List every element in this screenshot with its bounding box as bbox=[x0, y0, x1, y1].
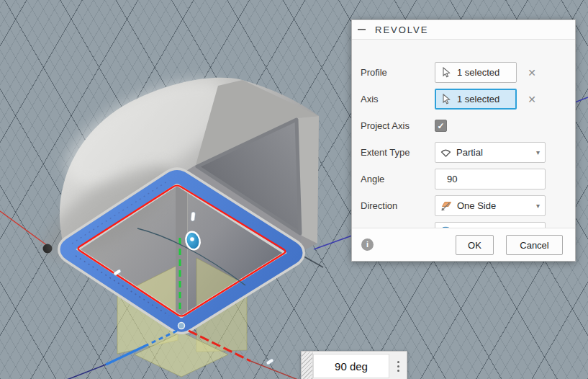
inner-wall-post bbox=[176, 179, 188, 326]
chevron-down-icon[interactable]: ▾ bbox=[536, 149, 540, 156]
x-axis-line-far[interactable] bbox=[0, 211, 48, 246]
row-direction: Direction One Side ▾ bbox=[361, 195, 566, 216]
profile-select-button[interactable]: 1 selected bbox=[435, 62, 517, 83]
cursor-select-icon bbox=[442, 67, 452, 78]
kebab-vertical-icon[interactable] bbox=[389, 352, 407, 379]
angle-widget: 90 deg bbox=[301, 351, 407, 379]
row-angle: Angle 90 bbox=[361, 169, 566, 190]
profile-clear-icon[interactable]: ✕ bbox=[524, 67, 540, 79]
ok-button[interactable]: OK bbox=[456, 235, 494, 255]
extent-type-value: Partial bbox=[456, 147, 483, 158]
dialog-footer: i OK Cancel bbox=[352, 228, 575, 261]
direction-label: Direction bbox=[361, 200, 435, 211]
manipulator-tick[interactable] bbox=[191, 212, 196, 222]
direction-value: One Side bbox=[457, 200, 496, 211]
dialog-title: REVOLVE bbox=[375, 24, 428, 35]
edge-grip-right[interactable] bbox=[266, 358, 274, 365]
angle-label: Angle bbox=[361, 174, 435, 184]
drag-handle[interactable] bbox=[302, 352, 313, 379]
profile-count: 1 selected bbox=[457, 67, 499, 78]
origin-ball[interactable] bbox=[178, 323, 185, 329]
chevron-down-icon[interactable]: ▾ bbox=[536, 202, 540, 210]
axis-count: 1 selected bbox=[457, 94, 499, 104]
angle-input[interactable]: 90 bbox=[435, 169, 546, 190]
row-profile: Profile 1 selected ✕ bbox=[361, 62, 566, 83]
y-axis-positive-blue-far[interactable] bbox=[575, 97, 588, 102]
revolve-dialog: REVOLVE Profile 1 selected ✕ Axis 1 sele… bbox=[351, 19, 576, 262]
cursor-select-icon bbox=[442, 94, 452, 104]
extent-type-dropdown[interactable]: Partial ▾ bbox=[435, 142, 546, 163]
y-axis-thin-navy[interactable] bbox=[58, 365, 106, 379]
fusion-viewport: REVOLVE Profile 1 selected ✕ Axis 1 sele… bbox=[0, 0, 588, 379]
project-axis-label: Project Axis bbox=[361, 120, 435, 131]
direction-dropdown[interactable]: One Side ▾ bbox=[435, 195, 546, 216]
dialog-header[interactable]: REVOLVE bbox=[352, 20, 575, 40]
axis-select-button[interactable]: 1 selected bbox=[435, 89, 517, 110]
axis-clear-icon[interactable]: ✕ bbox=[524, 94, 540, 105]
extent-type-label: Extent Type bbox=[361, 147, 435, 158]
row-project-axis: Project Axis ✓ bbox=[361, 115, 566, 136]
collapse-icon[interactable] bbox=[358, 29, 366, 30]
project-axis-checkbox[interactable]: ✓ bbox=[435, 120, 447, 132]
one-side-direction-icon bbox=[440, 200, 452, 212]
row-extent-type: Extent Type Partial ▾ bbox=[361, 142, 566, 163]
axis-label: Axis bbox=[361, 94, 435, 104]
partial-extent-icon bbox=[440, 148, 451, 158]
angle-value-input[interactable]: 90 deg bbox=[313, 354, 389, 378]
x-axis-thin-red[interactable] bbox=[250, 361, 298, 379]
y-axis-positive-blue[interactable] bbox=[314, 236, 352, 249]
cancel-button[interactable]: Cancel bbox=[506, 235, 563, 255]
info-icon[interactable]: i bbox=[361, 238, 374, 251]
row-axis: Axis 1 selected ✕ bbox=[361, 89, 566, 110]
profile-label: Profile bbox=[361, 67, 435, 78]
rotation-handle-dot bbox=[190, 237, 194, 241]
